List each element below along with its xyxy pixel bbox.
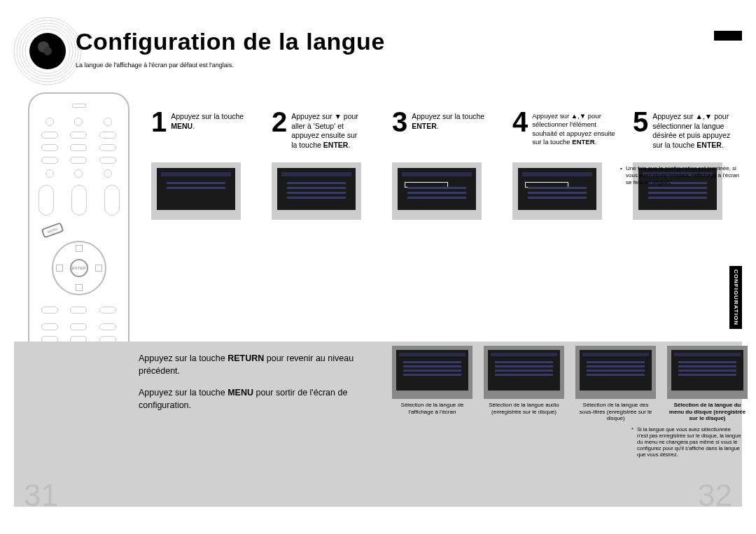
menu-button-icon: MENU (41, 222, 64, 238)
tv-screenshot-icon (512, 162, 602, 220)
step-number: 3 (392, 108, 407, 136)
thumb-subtitle-language: Sélection de la langue des sous-titres (… (575, 346, 656, 422)
step-number: 4 (512, 108, 528, 136)
lower-thumbs-row: Sélection de la langue de l'affichage à … (392, 346, 748, 422)
tv-screenshot-icon (151, 162, 241, 220)
page-number-right: 32 (698, 478, 732, 513)
tv-screenshot-icon (392, 346, 472, 399)
page-number-left: 31 (24, 478, 58, 513)
enter-button-icon: ENTER (70, 259, 88, 277)
steps-row: 1 Appuyez sur la touche MENU. 2 Appuyez … (151, 108, 745, 220)
dpad-icon: ENTER (52, 241, 106, 295)
black-tab-icon (714, 31, 742, 41)
step-text: Appuyez sur ▲,▼ pour sélectionner la lan… (652, 108, 730, 150)
return-menu-notes: Appuyez sur la touche RETURN pour reveni… (139, 353, 377, 421)
tv-screenshot-icon (484, 346, 564, 399)
step-number: 5 (633, 108, 648, 136)
volume-rocker (71, 185, 87, 216)
tune-rocker (104, 185, 120, 216)
asterisk-note: Si la langue que vous avez sélectionnée … (637, 426, 742, 458)
tv-screenshot-icon (667, 346, 748, 399)
step-text: Appuyez sur ▼ pour aller à 'Setup' et ap… (291, 108, 358, 150)
step-text: Appuyez sur la touche ENTER. (412, 108, 504, 131)
thumb-caption: Sélection de la langue du menu du disque… (667, 402, 748, 422)
step-2: 2 Appuyez sur ▼ pour aller à 'Setup' et … (272, 108, 384, 220)
page-subtitle: La langue de l'affichage à l'écran par d… (76, 62, 234, 69)
thumb-caption: Sélection de la langue des sous-titres (… (575, 402, 656, 422)
step-text: Appuyez sur la touche MENU. (171, 108, 263, 131)
step-3: 3 Appuyez sur la touche ENTER. (392, 108, 504, 220)
thumb-audio-language: Sélection de la langue audio (enregistré… (484, 346, 564, 422)
thumb-disc-menu-language: Sélection de la langue du menu du disque… (667, 346, 748, 422)
page-title: Configuration de la langue (76, 28, 385, 55)
section-tab: CONFIGURATION (729, 266, 742, 329)
step-text: Appuyez sur ▲,▼ pour sélectionner l'élém… (532, 108, 615, 146)
step-number: 1 (151, 108, 167, 136)
svg-point-7 (43, 47, 52, 55)
step-number: 2 (272, 108, 287, 136)
english-note: Une fois que la configuration est termin… (626, 165, 741, 186)
channel-rocker (38, 185, 54, 216)
step-4: 4 Appuyez sur ▲,▼ pour sélectionner l'él… (512, 108, 624, 220)
step-1: 1 Appuyez sur la touche MENU. (151, 108, 263, 220)
tv-screenshot-icon (392, 162, 482, 220)
thumb-caption: Sélection de la langue de l'affichage à … (392, 402, 472, 415)
tv-screenshot-icon (575, 346, 656, 399)
step-5: 5 Appuyez sur ▲,▼ pour sélectionner la l… (633, 108, 745, 220)
manual-page-spread: Configuration de la langue La langue de … (0, 0, 756, 534)
tv-screenshot-icon (272, 162, 361, 220)
thumb-osd-language: Sélection de la langue de l'affichage à … (392, 346, 472, 422)
thumb-caption: Sélection de la langue audio (enregistré… (484, 402, 564, 415)
